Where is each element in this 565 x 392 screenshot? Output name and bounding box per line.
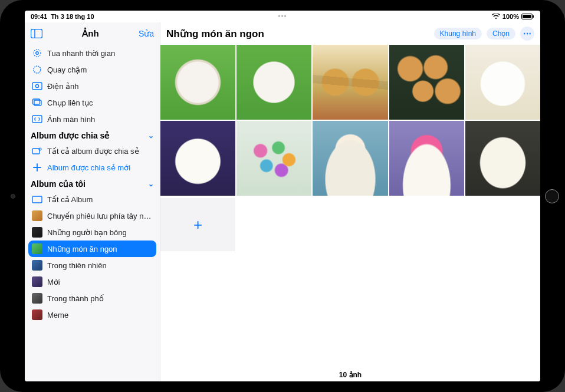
sidebar-item-label: Những người bạn bông: [47, 228, 127, 237]
select-button[interactable]: Chọn: [487, 28, 515, 39]
ellipsis-icon: ⋯: [523, 29, 531, 38]
svg-rect-15: [32, 196, 42, 203]
sidebar-item-all-shared[interactable]: Tất cả album được chia sẻ: [25, 143, 160, 159]
svg-rect-3: [31, 29, 42, 38]
sidebar-item-slomo[interactable]: Quay chậm: [25, 61, 160, 78]
album-thumb: [32, 210, 42, 221]
sidebar-section-label: Album của tôi: [31, 179, 86, 189]
svg-rect-8: [32, 83, 42, 90]
photo-count: 10 ảnh: [160, 367, 540, 381]
album-thumb: [32, 293, 42, 304]
status-date: Th 3 18 thg 10: [51, 13, 94, 20]
sidebar: Ảnh Sửa Tua nhanh thời gian Quay chậm Đi…: [25, 22, 160, 381]
main-content: Những món ăn ngon Khung hình Chọn ⋯: [160, 22, 540, 381]
photo-thumbnail[interactable]: [465, 121, 540, 196]
sidebar-item-label: Mới: [47, 278, 60, 286]
photo-thumbnail[interactable]: [160, 121, 235, 196]
sidebar-item-new-shared[interactable]: Album được chia sẻ mới: [25, 159, 160, 176]
album-thumb: [32, 227, 42, 238]
sidebar-section-label: Album được chia sẻ: [31, 131, 110, 140]
svg-rect-13: [32, 149, 40, 154]
sidebar-item-label: Ảnh màn hình: [47, 115, 95, 124]
photo-thumbnail[interactable]: [313, 45, 387, 120]
sidebar-item-album[interactable]: Trong thành phố: [25, 290, 160, 307]
photo-thumbnail[interactable]: [389, 121, 464, 196]
timelapse-icon: [32, 48, 42, 58]
sidebar-item-label: Chuyến phiêu lưu phía tây nam: [47, 212, 154, 220]
sidebar-item-album[interactable]: Trong thiên nhiên: [25, 257, 160, 274]
sidebar-item-album[interactable]: Chuyến phiêu lưu phía tây nam: [25, 207, 160, 224]
photo-thumbnail[interactable]: [236, 121, 311, 196]
sidebar-item-label: Album được chia sẻ mới: [47, 163, 130, 172]
album-thumb: [32, 309, 42, 320]
slideshow-button[interactable]: Khung hình: [434, 28, 482, 39]
photo-grid: +: [160, 45, 540, 251]
sidebar-item-album-selected[interactable]: Những món ăn ngon: [28, 241, 156, 257]
sidebar-item-album[interactable]: Meme: [25, 307, 160, 323]
burst-icon: [32, 97, 42, 108]
albums-icon: [32, 194, 42, 205]
sidebar-item-album[interactable]: Những người bạn bông: [25, 224, 160, 241]
slomo-icon: [32, 64, 42, 75]
plus-icon: [32, 162, 42, 173]
photo-thumbnail[interactable]: [313, 121, 387, 196]
sidebar-item-label: Điện ảnh: [47, 82, 79, 91]
sidebar-item-label: Những món ăn ngon: [47, 245, 117, 253]
sidebar-item-label: Trong thành phố: [47, 294, 104, 303]
svg-rect-2: [533, 15, 534, 18]
sidebar-item-label: Tất cả album được chia sẻ: [47, 147, 139, 156]
battery-icon: [521, 14, 534, 19]
sidebar-item-screenshot[interactable]: Ảnh màn hình: [25, 111, 160, 127]
screenshot-icon: [32, 114, 42, 124]
chevron-down-icon: ⌄: [148, 131, 154, 140]
album-title: Những món ăn ngon: [166, 28, 264, 40]
svg-rect-12: [32, 116, 42, 123]
add-photo-button[interactable]: +: [160, 198, 235, 251]
svg-point-14: [39, 148, 41, 150]
sidebar-item-label: Trong thiên nhiên: [47, 261, 107, 270]
sidebar-item-label: Quay chậm: [47, 65, 87, 74]
photo-thumbnail[interactable]: [236, 45, 311, 120]
sidebar-toggle-icon[interactable]: [31, 29, 42, 38]
album-thumb: [32, 243, 42, 254]
sidebar-title: Ảnh: [42, 28, 139, 39]
svg-point-9: [35, 84, 38, 87]
sidebar-item-label: Meme: [47, 311, 68, 319]
more-button[interactable]: ⋯: [520, 27, 534, 41]
svg-point-6: [36, 52, 38, 54]
sidebar-item-cinematic[interactable]: Điện ảnh: [25, 78, 160, 94]
sidebar-item-album[interactable]: Mới: [25, 274, 160, 290]
multitasking-dots-icon[interactable]: •••: [278, 12, 287, 21]
sidebar-section-shared[interactable]: Album được chia sẻ ⌄: [25, 127, 160, 143]
battery-percent: 100%: [502, 13, 519, 20]
wifi-icon: [492, 14, 500, 19]
sidebar-item-label: Chụp liên tục: [47, 98, 93, 107]
sidebar-item-all-albums[interactable]: Tất cả Album: [25, 191, 160, 207]
status-time: 09:41: [31, 13, 47, 20]
album-thumb: [32, 260, 42, 271]
svg-point-7: [34, 66, 41, 73]
photo-thumbnail[interactable]: [389, 45, 464, 120]
photo-thumbnail[interactable]: [160, 45, 235, 120]
sidebar-item-burst[interactable]: Chụp liên tục: [25, 94, 160, 111]
sidebar-edit-button[interactable]: Sửa: [139, 29, 154, 38]
sidebar-item-timelapse[interactable]: Tua nhanh thời gian: [25, 45, 160, 61]
cinematic-icon: [32, 81, 42, 91]
home-button[interactable]: [545, 189, 559, 203]
sidebar-item-label: Tua nhanh thời gian: [47, 49, 115, 58]
chevron-down-icon: ⌄: [148, 180, 154, 188]
album-thumb: [32, 276, 42, 287]
photo-thumbnail[interactable]: [465, 45, 540, 120]
svg-rect-1: [523, 15, 531, 18]
plus-icon: +: [193, 216, 202, 234]
sidebar-section-my-albums[interactable]: Album của tôi ⌄: [25, 176, 160, 191]
shared-album-icon: [32, 146, 42, 156]
sidebar-item-label: Tất cả Album: [47, 195, 93, 204]
svg-point-5: [34, 50, 41, 57]
